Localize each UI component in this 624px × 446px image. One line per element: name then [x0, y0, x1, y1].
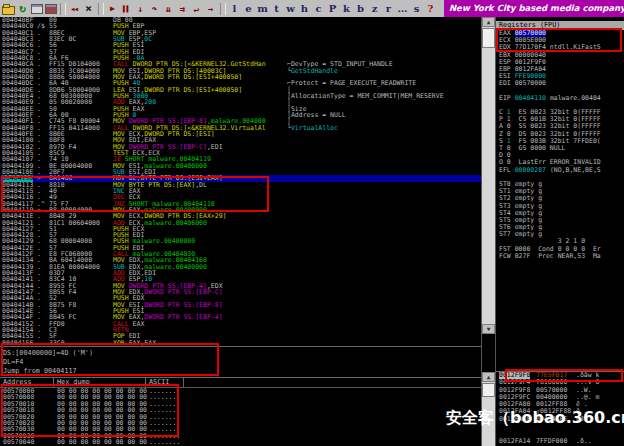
register-row[interactable]: EIP 00404110 malware.00404 — [496, 95, 624, 102]
animate-over-icon[interactable]: ⇉ — [176, 2, 189, 16]
rewind-icon[interactable]: ◀◀ — [68, 2, 81, 16]
scroll-up-icon[interactable]: ▲ — [482, 372, 495, 382]
disasm-scrollbar-thumb[interactable] — [482, 28, 495, 48]
window-icon[interactable] — [30, 2, 43, 16]
toolbar-window-button-w[interactable]: w — [284, 2, 297, 16]
toolbar-window-button-m[interactable]: m — [256, 2, 269, 16]
scroll-down-icon[interactable]: ▼ — [482, 324, 495, 334]
scroll-up-icon[interactable]: ▲ — [482, 17, 495, 27]
toolbar-window-button-r[interactable]: r — [382, 2, 395, 16]
info-pane: DS:[00400000]=4D ('M') DL=F4 Jump from 0… — [0, 346, 481, 376]
stack-scrollbar-thumb[interactable] — [482, 383, 495, 397]
stack-row[interactable]: 0012FA147FFDF000.ð.. — [496, 438, 624, 445]
hexdump-col-address: Address — [3, 378, 32, 387]
toolbar-window-button-…[interactable]: … — [396, 2, 409, 16]
toolbar-window-button-c[interactable]: c — [312, 2, 325, 16]
registers-pane[interactable]: Registers (FPU) EAX 00570000ECX 0005E000… — [496, 21, 624, 273]
disasm-scrollbar[interactable]: ▲ ▼ — [482, 17, 495, 334]
disassembly-pane[interactable]: 004040BF00DB 00004040C0/$55PUSH EBP00404… — [0, 17, 481, 346]
toolbar: ↻◀◀×▶▌▌↓↷⇊⇉↵→lemtwhcPkbzr…s? — [0, 0, 444, 17]
watermark: 安全客（bobao.360.cn） — [446, 408, 624, 429]
toolbar-separator — [60, 3, 66, 15]
close-icon[interactable]: × — [82, 2, 95, 16]
ad-banner-text: New York City based media company is loo… — [449, 3, 624, 13]
step-into-icon[interactable]: ↓ — [134, 2, 147, 16]
run-icon[interactable]: ▶ — [106, 2, 119, 16]
hexdump-col-hex: Hex dump — [57, 378, 90, 387]
pane-divider — [481, 17, 482, 446]
patches-window-icon[interactable] — [44, 2, 57, 16]
hexdump-rows: 0057000000 00 00 00 00 00 00 00........0… — [0, 388, 481, 446]
hexdump-col-ascii: ASCII — [149, 378, 169, 387]
register-row[interactable]: EFL 00000287 (NO,B,NE,BE,S — [496, 167, 624, 174]
pause-icon[interactable]: ▌▌ — [120, 2, 133, 16]
hexdump-pane[interactable]: Address Hex dump ASCII 0057000000 00 00 … — [0, 377, 481, 446]
register-row[interactable]: EDI 00570000 — [496, 80, 624, 87]
pane-divider — [495, 17, 496, 446]
toolbar-separator — [98, 3, 104, 15]
toolbar-window-button-e[interactable]: e — [242, 2, 255, 16]
toolbar-window-button-t[interactable]: t — [270, 2, 283, 16]
toolbar-window-button-z[interactable]: z — [368, 2, 381, 16]
toolbar-window-button-s[interactable]: s — [410, 2, 423, 16]
register-rows: EAX 00570000ECX 0005E000EDX 77D170F4 ntd… — [496, 30, 624, 260]
toolbar-window-button-k[interactable]: k — [340, 2, 353, 16]
execute-till-return-icon[interactable]: ↵ — [190, 2, 203, 16]
toolbar-window-button-P[interactable]: P — [326, 2, 339, 16]
info-line-register: DL=F4 — [3, 358, 481, 367]
ollydbg-cpu-window: ↻◀◀×▶▌▌↓↷⇊⇉↵→lemtwhcPkbzr…s? New York Ci… — [0, 0, 624, 446]
open-file-icon[interactable] — [2, 2, 15, 16]
toolbar-separator — [220, 3, 226, 15]
restart-icon[interactable]: ↻ — [16, 2, 29, 16]
animate-into-icon[interactable]: ⇊ — [162, 2, 175, 16]
register-row[interactable]: T 0 GS 0000 NULL — [496, 145, 624, 152]
toolbar-window-button-h[interactable]: h — [298, 2, 311, 16]
toolbar-window-button-l[interactable]: l — [228, 2, 241, 16]
ad-banner: New York City based media company is loo… — [444, 0, 624, 17]
toolbar-window-button-?[interactable]: ? — [424, 2, 437, 16]
info-line-jump: Jump from 00404117 — [3, 367, 481, 376]
register-row[interactable]: FCW 027F Prec NEAR,53 Ma — [496, 253, 624, 260]
info-line-memory: DS:[00400000]=4D ('M') — [3, 349, 481, 358]
toolbar-window-button-b[interactable]: b — [354, 2, 367, 16]
go-to-icon[interactable]: → — [204, 2, 217, 16]
disasm-rows: 004040BF00DB 00004040C0/$55PUSH EBP00404… — [0, 17, 481, 346]
step-over-icon[interactable]: ↷ — [148, 2, 161, 16]
